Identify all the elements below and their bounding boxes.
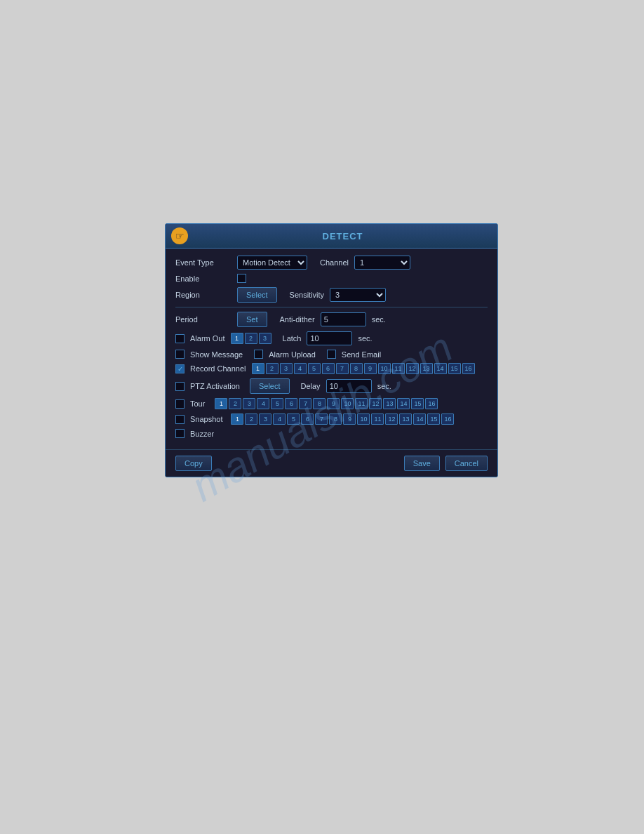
snapshot-ch-2[interactable]: 2 [245, 413, 257, 425]
tour-ch-7[interactable]: 7 [299, 398, 311, 409]
sensitivity-select[interactable]: 3 [330, 288, 386, 302]
snapshot-ch-8[interactable]: 8 [329, 413, 342, 425]
tour-label: Tour [190, 399, 205, 408]
tour-ch-10[interactable]: 10 [341, 398, 354, 409]
buzzer-label: Buzzer [190, 430, 214, 438]
alarm-out-ch3[interactable]: 3 [259, 333, 271, 344]
ptz-select-button[interactable]: Select [250, 378, 290, 394]
delay-input[interactable] [326, 379, 372, 393]
tour-ch-2[interactable]: 2 [229, 398, 241, 409]
record-ch-6[interactable]: 6 [322, 363, 335, 374]
alarm-out-checkbox[interactable] [175, 334, 185, 343]
tour-ch-6[interactable]: 6 [285, 398, 297, 409]
tour-ch-11[interactable]: 11 [355, 398, 368, 409]
ptz-activation-label: PTZ Activation [190, 382, 240, 390]
enable-label: Enable [175, 274, 232, 283]
enable-row: Enable [175, 274, 488, 283]
dialog-footer: Copy Save Cancel [166, 449, 497, 477]
record-channel-row: ✓ Record Channel 12345678910111213141516 [175, 363, 488, 374]
tour-ch-12[interactable]: 12 [369, 398, 382, 409]
tour-ch-8[interactable]: 8 [313, 398, 326, 409]
ptz-activation-row: PTZ Activation Select Delay sec. [175, 378, 488, 394]
tour-ch-4[interactable]: 4 [257, 398, 269, 409]
record-ch-5[interactable]: 5 [308, 363, 321, 374]
snapshot-ch-15[interactable]: 15 [427, 413, 440, 425]
tour-ch-13[interactable]: 13 [383, 398, 396, 409]
region-row: Region Select Sensitivity 3 [175, 287, 488, 303]
tour-checkbox[interactable] [175, 399, 185, 409]
antidither-input[interactable] [321, 312, 366, 326]
snapshot-ch-9[interactable]: 9 [343, 413, 356, 425]
detect-dialog: ☞ DETECT Event Type Motion Detect Channe… [165, 223, 498, 477]
snapshot-ch-16[interactable]: 16 [441, 413, 454, 425]
snapshot-checkbox[interactable] [175, 415, 185, 424]
alarm-out-row: Alarm Out 1 2 3 Latch sec. [175, 331, 488, 345]
antidither-label: Anti-dither [280, 315, 315, 324]
region-select-button[interactable]: Select [237, 287, 277, 303]
alarm-out-ch2[interactable]: 2 [245, 333, 257, 344]
snapshot-ch-12[interactable]: 12 [385, 413, 398, 425]
record-ch-14[interactable]: 14 [434, 363, 447, 374]
tour-ch-9[interactable]: 9 [327, 398, 340, 409]
snapshot-ch-11[interactable]: 11 [371, 413, 384, 425]
dialog-body: Event Type Motion Detect Channel 1 Enabl… [166, 249, 497, 449]
alarm-out-ch1[interactable]: 1 [231, 333, 243, 344]
period-label: Period [175, 315, 232, 324]
cancel-button[interactable]: Cancel [445, 456, 488, 471]
record-ch-11[interactable]: 11 [392, 363, 405, 374]
record-ch-3[interactable]: 3 [280, 363, 293, 374]
tour-ch-14[interactable]: 14 [397, 398, 410, 409]
snapshot-ch-5[interactable]: 5 [287, 413, 300, 425]
snapshot-ch-14[interactable]: 14 [413, 413, 426, 425]
send-email-label: Send Email [342, 350, 381, 359]
record-ch-16[interactable]: 16 [462, 363, 475, 374]
tour-ch-1[interactable]: 1 [215, 398, 227, 409]
record-ch-4[interactable]: 4 [294, 363, 307, 374]
person-icon: ☞ [171, 227, 188, 244]
tour-ch-15[interactable]: 15 [411, 398, 424, 409]
snapshot-ch-13[interactable]: 13 [399, 413, 412, 425]
tour-ch-5[interactable]: 5 [271, 398, 283, 409]
sensitivity-label: Sensitivity [290, 291, 325, 299]
record-ch-9[interactable]: 9 [364, 363, 377, 374]
event-type-label: Event Type [175, 258, 232, 267]
period-set-button[interactable]: Set [237, 312, 267, 327]
latch-unit: sec. [358, 334, 372, 343]
antidither-unit: sec. [372, 315, 386, 324]
latch-input[interactable] [307, 331, 352, 345]
snapshot-row: Snapshot 12345678910111213141516 [175, 413, 488, 425]
snapshot-ch-10[interactable]: 10 [357, 413, 370, 425]
event-type-select[interactable]: Motion Detect [237, 256, 307, 270]
tour-ch-3[interactable]: 3 [243, 398, 255, 409]
buzzer-checkbox[interactable] [175, 429, 185, 438]
ptz-activation-checkbox[interactable] [175, 382, 185, 391]
snapshot-ch-4[interactable]: 4 [273, 413, 286, 425]
alarm-upload-checkbox[interactable] [254, 350, 263, 359]
record-channel-checkbox[interactable]: ✓ [175, 364, 185, 373]
snapshot-ch-6[interactable]: 6 [301, 413, 314, 425]
record-ch-1[interactable]: 1 [252, 363, 264, 374]
dialog-title: DETECT [194, 231, 492, 241]
region-label: Region [175, 291, 232, 299]
record-ch-2[interactable]: 2 [266, 363, 279, 374]
tour-ch-16[interactable]: 16 [425, 398, 438, 409]
snapshot-label: Snapshot [190, 415, 222, 423]
snapshot-ch-1[interactable]: 1 [231, 413, 243, 425]
record-ch-15[interactable]: 15 [448, 363, 461, 374]
channel-select[interactable]: 1 [354, 256, 410, 270]
save-button[interactable]: Save [404, 456, 440, 471]
enable-checkbox[interactable] [237, 274, 246, 283]
snapshot-ch-7[interactable]: 7 [315, 413, 328, 425]
copy-button[interactable]: Copy [175, 456, 212, 471]
divider-1 [175, 307, 488, 307]
record-ch-13[interactable]: 13 [420, 363, 433, 374]
alarm-upload-label: Alarm Upload [269, 350, 316, 359]
snapshot-channel-grid: 12345678910111213141516 [231, 413, 454, 425]
record-ch-8[interactable]: 8 [350, 363, 363, 374]
send-email-checkbox[interactable] [327, 350, 336, 359]
record-ch-7[interactable]: 7 [336, 363, 349, 374]
record-ch-10[interactable]: 10 [378, 363, 391, 374]
show-message-checkbox[interactable] [175, 350, 185, 359]
snapshot-ch-3[interactable]: 3 [259, 413, 271, 425]
record-ch-12[interactable]: 12 [406, 363, 419, 374]
